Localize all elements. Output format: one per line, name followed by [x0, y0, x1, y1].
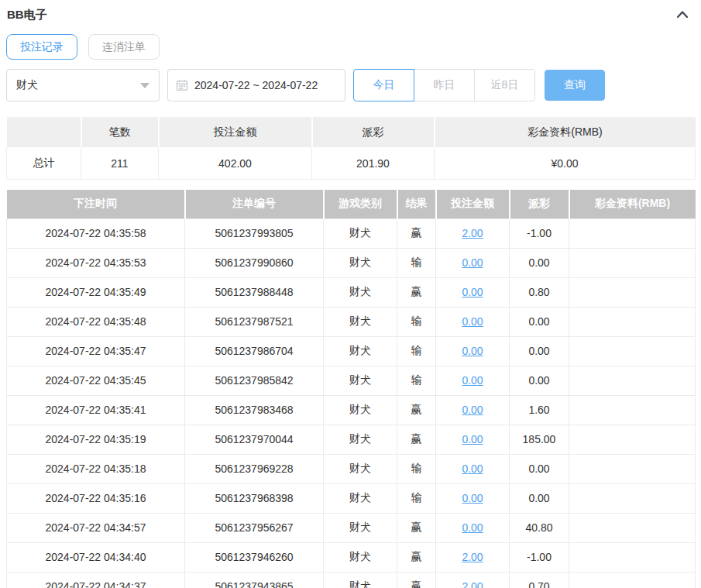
cell-order-id: 5061237983468 — [185, 395, 324, 425]
cell-bet-time: 2024-07-22 04:35:48 — [7, 307, 185, 336]
cell-bonus — [569, 307, 696, 336]
cell-bet-time: 2024-07-22 04:35:19 — [7, 425, 185, 454]
collapse-button[interactable] — [673, 5, 692, 24]
cell-order-id: 5061237968398 — [185, 483, 324, 513]
cell-order-id: 5061237986704 — [185, 336, 324, 366]
chevron-down-icon — [140, 83, 149, 88]
header-payout: 派彩 — [510, 190, 569, 218]
tab-bet-records[interactable]: 投注记录 — [6, 34, 77, 60]
cell-game-type: 财犬 — [324, 513, 397, 542]
summary-total-payout: 201.90 — [312, 147, 435, 180]
cell-bet-amount: 0.00 — [436, 454, 510, 483]
table-row: 2024-07-22 04:35:18 5061237969228 财犬 输 0… — [7, 454, 696, 483]
cell-bonus — [569, 483, 696, 513]
bet-amount-link[interactable]: 0.00 — [462, 256, 483, 269]
tab-cancelled-orders[interactable]: 连消注单 — [88, 34, 160, 60]
bet-amount-link[interactable]: 2.00 — [462, 551, 483, 563]
cell-game-type: 财犬 — [324, 277, 397, 307]
header-bonus: 彩金资料(RMB) — [569, 190, 696, 218]
date-range-value: 2024-07-22 ~ 2024-07-22 — [194, 79, 318, 91]
header-game-type: 游戏类别 — [324, 190, 397, 218]
cell-bet-time: 2024-07-22 04:35:16 — [7, 483, 185, 513]
cell-bet-amount: 0.00 — [436, 336, 510, 366]
cell-bet-time: 2024-07-22 04:35:45 — [7, 366, 185, 395]
bet-amount-link[interactable]: 0.00 — [462, 374, 483, 387]
cell-order-id: 5061237970044 — [185, 425, 324, 454]
bet-amount-link[interactable]: 0.00 — [462, 462, 483, 475]
cell-bonus — [569, 395, 696, 425]
cell-bet-time: 2024-07-22 04:34:37 — [7, 572, 185, 588]
cell-payout: 0.80 — [510, 277, 569, 307]
table-row: 2024-07-22 04:35:19 5061237970044 财犬 赢 0… — [7, 425, 696, 454]
cell-bet-amount: 0.00 — [436, 277, 510, 307]
cell-game-type: 财犬 — [324, 572, 397, 588]
date-range-picker[interactable]: 2024-07-22 ~ 2024-07-22 — [167, 69, 345, 101]
summary-header-blank — [7, 118, 81, 147]
cell-game-type: 财犬 — [324, 425, 397, 454]
cell-payout: -1.00 — [510, 218, 569, 248]
quick-filter-last-8-days[interactable]: 近8日 — [474, 69, 535, 101]
game-select[interactable]: 财犬 — [6, 69, 160, 101]
bet-amount-link[interactable]: 2.00 — [462, 580, 483, 588]
bet-amount-link[interactable]: 0.00 — [462, 286, 483, 298]
cell-payout: 0.00 — [510, 248, 569, 277]
cell-order-id: 5061237956267 — [185, 513, 324, 542]
cell-bet-time: 2024-07-22 04:34:40 — [7, 542, 185, 572]
cell-result: 赢 — [397, 218, 436, 248]
cell-payout: 0.70 — [510, 572, 569, 588]
header-order-id: 注单编号 — [185, 190, 324, 218]
table-row: 2024-07-22 04:35:47 5061237986704 财犬 输 0… — [7, 336, 696, 366]
quick-filter-yesterday[interactable]: 昨日 — [414, 69, 475, 101]
summary-header-row: 笔数 投注金额 派彩 彩金资料(RMB) — [7, 118, 696, 147]
cell-bet-amount: 0.00 — [436, 248, 510, 277]
table-row: 2024-07-22 04:34:37 5061237943865 财犬 赢 2… — [7, 572, 696, 588]
cell-order-id: 5061237987521 — [185, 307, 324, 336]
cell-game-type: 财犬 — [324, 366, 397, 395]
cell-payout: 1.60 — [510, 395, 569, 425]
cell-game-type: 财犬 — [324, 395, 397, 425]
bet-amount-link[interactable]: 2.00 — [462, 227, 483, 239]
summary-table: 笔数 投注金额 派彩 彩金资料(RMB) 总计 211 402.00 201.9… — [6, 117, 696, 180]
quick-filter-group: 今日 昨日 近8日 — [353, 69, 535, 101]
cell-result: 输 — [397, 248, 436, 277]
bet-amount-link[interactable]: 0.00 — [462, 492, 483, 504]
cell-order-id: 5061237943865 — [185, 572, 324, 588]
bet-amount-link[interactable]: 0.00 — [462, 521, 483, 534]
cell-payout: 40.80 — [510, 513, 569, 542]
cell-payout: 0.00 — [510, 454, 569, 483]
cell-bonus — [569, 366, 696, 395]
table-row: 2024-07-22 04:35:49 5061237988448 财犬 赢 0… — [7, 277, 696, 307]
cell-bet-amount: 0.00 — [436, 395, 510, 425]
cell-bonus — [569, 336, 696, 366]
cell-result: 赢 — [397, 395, 436, 425]
header-bet-amount: 投注金额 — [436, 190, 510, 218]
cell-bet-amount: 0.00 — [436, 366, 510, 395]
cell-result: 输 — [397, 366, 436, 395]
cell-result: 赢 — [397, 513, 436, 542]
bet-amount-link[interactable]: 0.00 — [462, 345, 483, 357]
cell-bonus — [569, 572, 696, 588]
summary-total-row: 总计 211 402.00 201.90 ¥0.00 — [7, 147, 696, 180]
page-title: BB电子 — [7, 8, 47, 22]
summary-total-count: 211 — [81, 147, 159, 180]
cell-bet-amount: 2.00 — [436, 218, 510, 248]
chevron-up-icon — [675, 7, 690, 22]
query-button[interactable]: 查询 — [545, 70, 605, 101]
quick-filter-today[interactable]: 今日 — [353, 69, 414, 101]
summary-total-label: 总计 — [7, 147, 81, 180]
summary-header-bonus: 彩金资料(RMB) — [435, 118, 696, 147]
cell-order-id: 5061237990860 — [185, 248, 324, 277]
panel: BB电子 投注记录 连消注单 财犬 2024-07-22 ~ 2024-07-2… — [0, 0, 701, 588]
table-row: 2024-07-22 04:35:58 5061237993805 财犬 赢 2… — [7, 218, 696, 248]
bet-amount-link[interactable]: 0.00 — [462, 315, 483, 328]
cell-bet-amount: 2.00 — [436, 542, 510, 572]
cell-result: 输 — [397, 454, 436, 483]
cell-result: 赢 — [397, 277, 436, 307]
cell-bonus — [569, 425, 696, 454]
bet-amount-link[interactable]: 0.00 — [462, 404, 483, 416]
panel-header: BB电子 — [6, 3, 695, 26]
bet-amount-link[interactable]: 0.00 — [462, 433, 483, 445]
cell-game-type: 财犬 — [324, 336, 397, 366]
summary-total-bet-amount: 402.00 — [159, 147, 312, 180]
cell-order-id: 5061237969228 — [185, 454, 324, 483]
